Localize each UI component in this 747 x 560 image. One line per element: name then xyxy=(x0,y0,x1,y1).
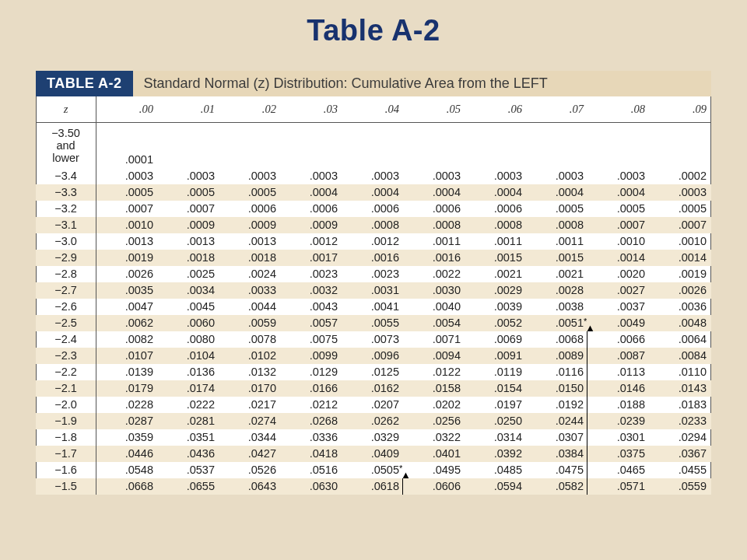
cell: .0040 xyxy=(404,299,465,315)
cell: .0052 xyxy=(465,315,527,331)
cell: .0143 xyxy=(650,380,711,397)
cell: .0003 xyxy=(650,184,711,201)
table-row: −3.2.0007.0007.0006.0006.0006.0006.0006.… xyxy=(36,201,711,217)
arrow-stem-icon xyxy=(587,364,587,380)
table-row: −1.5.0668.0655.0643.0630.0618.0606.0594.… xyxy=(36,478,711,495)
table-row: −1.8.0359.0351.0344.0336.0329.0322.0314.… xyxy=(36,429,711,446)
cell: .0059 xyxy=(219,315,281,331)
cell: .0179 xyxy=(96,380,158,397)
z-label-special: −3.50andlower xyxy=(36,123,96,168)
cell: .0005 xyxy=(650,201,711,217)
cell: .0011 xyxy=(404,233,465,250)
cell: .0009 xyxy=(281,217,342,233)
cell: .0005 xyxy=(588,201,650,217)
cell: .0033 xyxy=(219,282,281,299)
cell: .0071 xyxy=(404,331,465,348)
table-badge: TABLE A-2 xyxy=(36,71,133,96)
cell: .0006 xyxy=(465,201,527,217)
cell: .0022 xyxy=(404,266,465,282)
z-label: −2.7 xyxy=(36,282,96,299)
cell: .0069 xyxy=(465,331,527,348)
cell: .0039 xyxy=(465,299,527,315)
cell: .0125 xyxy=(342,364,404,380)
table-row: −3.4.0003.0003.0003.0003.0003.0003.0003.… xyxy=(36,168,711,184)
cell: .0002 xyxy=(650,168,711,184)
cell: .0170 xyxy=(219,380,281,397)
table-row: −3.3.0005.0005.0005.0004.0004.0004.0004.… xyxy=(36,184,711,201)
cell: .0051 xyxy=(527,315,588,331)
cell: .0055 xyxy=(342,315,404,331)
cell: .0054 xyxy=(404,315,465,331)
cell: .0014 xyxy=(650,250,711,266)
cell: .0174 xyxy=(158,380,219,397)
cell: .0027 xyxy=(588,282,650,299)
cell: .0107 xyxy=(96,348,158,364)
cell: .0019 xyxy=(650,266,711,282)
table-row: −3.1.0010.0009.0009.0009.0008.0008.0008.… xyxy=(36,217,711,233)
cell: .0129 xyxy=(281,364,342,380)
cell: .0006 xyxy=(219,201,281,217)
cell: .0007 xyxy=(96,201,158,217)
arrow-stem-icon xyxy=(587,478,587,495)
cell: .0139 xyxy=(96,364,158,380)
cell: .0021 xyxy=(465,266,527,282)
cell: .0018 xyxy=(158,250,219,266)
cell: .0068 xyxy=(527,331,588,348)
cell xyxy=(404,123,465,168)
cell: .0021 xyxy=(527,266,588,282)
cell: .0294 xyxy=(650,429,711,446)
table-row: −2.4.0082.0080.0078.0075.0073.0071.0069.… xyxy=(36,331,711,348)
cell: .0537 xyxy=(158,462,219,478)
header-col: .04 xyxy=(342,96,404,123)
cell: .0158 xyxy=(404,380,465,397)
table-row: −2.7.0035.0034.0033.0032.0031.0030.0029.… xyxy=(36,282,711,299)
cell: .0250 xyxy=(465,413,527,429)
cell: .0041 xyxy=(342,299,404,315)
cell: .0028 xyxy=(527,282,588,299)
cell: .0060 xyxy=(158,315,219,331)
cell: .0446 xyxy=(96,446,158,462)
cell: .0015 xyxy=(465,250,527,266)
cell: .0003 xyxy=(588,168,650,184)
cell: .0010 xyxy=(588,233,650,250)
table-description: Standard Normal (z) Distribution: Cumula… xyxy=(133,71,712,96)
z-label: −2.1 xyxy=(36,380,96,397)
cell xyxy=(342,123,404,168)
cell: .0132 xyxy=(219,364,281,380)
z-label: −3.1 xyxy=(36,217,96,233)
cell: .0516 xyxy=(281,462,342,478)
cell: .0066 xyxy=(588,331,650,348)
cell: .0020 xyxy=(588,266,650,282)
z-label: −3.3 xyxy=(36,184,96,201)
arrow-stem-icon xyxy=(587,331,587,348)
cell: .0003 xyxy=(96,168,158,184)
cell: .0023 xyxy=(281,266,342,282)
cell: .0455 xyxy=(650,462,711,478)
cell: .0307 xyxy=(527,429,588,446)
cell: .0559 xyxy=(650,478,711,495)
cell: .0594 xyxy=(465,478,527,495)
cell: .0091 xyxy=(465,348,527,364)
cell: .0301 xyxy=(588,429,650,446)
cell: .0084 xyxy=(650,348,711,364)
cell: .0197 xyxy=(465,397,527,413)
arrow-stem-icon xyxy=(402,478,403,495)
cell: .0116 xyxy=(527,364,588,380)
cell: .0030 xyxy=(404,282,465,299)
cell: .0003 xyxy=(219,168,281,184)
cell: .0436 xyxy=(158,446,219,462)
cell xyxy=(219,123,281,168)
cell: .0618 xyxy=(342,478,404,495)
cell: .0427 xyxy=(219,446,281,462)
table-row: −2.9.0019.0018.0018.0017.0016.0016.0015.… xyxy=(36,250,711,266)
table-row: −1.7.0446.0436.0427.0418.0409.0401.0392.… xyxy=(36,446,711,462)
cell: .0001 xyxy=(96,123,158,168)
cell: .0222 xyxy=(158,397,219,413)
cell: .0367 xyxy=(650,446,711,462)
cell: .0009 xyxy=(219,217,281,233)
cell: .0150 xyxy=(527,380,588,397)
cell: .0485 xyxy=(465,462,527,478)
z-label: −2.5 xyxy=(36,315,96,331)
cell: .0005 xyxy=(96,184,158,201)
table-row: −3.0.0013.0013.0013.0012.0012.0011.0011.… xyxy=(36,233,711,250)
